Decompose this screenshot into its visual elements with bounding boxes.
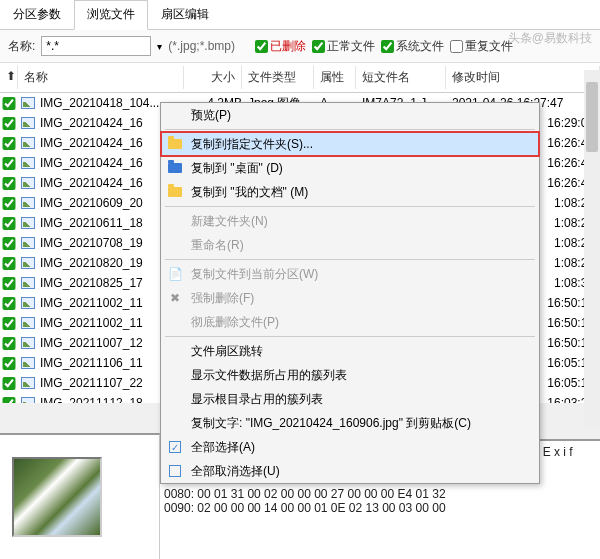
tab-bar: 分区参数 浏览文件 扇区编辑 — [0, 0, 600, 30]
folder-icon — [167, 184, 183, 200]
row-checkbox[interactable] — [2, 397, 16, 404]
image-file-icon — [20, 356, 36, 370]
image-file-icon — [20, 196, 36, 210]
image-file-icon — [20, 116, 36, 130]
column-headers: ⬆ 名称 大小 文件类型 属性 短文件名 修改时间 — [0, 63, 600, 93]
image-file-icon — [20, 296, 36, 310]
image-file-icon — [20, 216, 36, 230]
col-sort[interactable]: ⬆ — [0, 66, 18, 89]
col-name[interactable]: 名称 — [18, 66, 184, 89]
col-attr[interactable]: 属性 — [314, 66, 356, 89]
menu-new-folder: 新建文件夹(N) — [161, 209, 539, 233]
row-checkbox[interactable] — [2, 337, 16, 350]
menu-rename: 重命名(R) — [161, 233, 539, 257]
col-time[interactable]: 修改时间 — [446, 66, 600, 89]
vertical-scrollbar[interactable] — [584, 70, 600, 429]
image-file-icon — [20, 276, 36, 290]
image-file-icon — [20, 96, 36, 110]
check-icon: ✓ — [167, 439, 183, 455]
row-checkbox[interactable] — [2, 277, 16, 290]
row-checkbox[interactable] — [2, 177, 16, 190]
row-checkbox[interactable] — [2, 117, 16, 130]
thumbnail-image — [12, 457, 102, 537]
tab-partition-params[interactable]: 分区参数 — [0, 0, 74, 29]
menu-copy-to-desktop[interactable]: 复制到 "桌面" (D) — [161, 156, 539, 180]
col-size[interactable]: 大小 — [184, 66, 242, 89]
row-checkbox[interactable] — [2, 237, 16, 250]
ext-hint: (*.jpg;*.bmp) — [168, 39, 235, 53]
delete-icon: ✖ — [167, 290, 183, 306]
menu-copy-to-docs[interactable]: 复制到 "我的文档" (M) — [161, 180, 539, 204]
image-file-icon — [20, 176, 36, 190]
col-type[interactable]: 文件类型 — [242, 66, 314, 89]
row-checkbox[interactable] — [2, 137, 16, 150]
col-short[interactable]: 短文件名 — [356, 66, 446, 89]
menu-force-delete: ✖强制删除(F) — [161, 286, 539, 310]
menu-copy-text[interactable]: 复制文字: "IMG_20210424_160906.jpg" 到剪贴板(C) — [161, 411, 539, 435]
image-file-icon — [20, 376, 36, 390]
chk-rebuild[interactable]: 重复文件 — [450, 38, 513, 55]
image-file-icon — [20, 136, 36, 150]
menu-perm-delete: 彻底删除文件(P) — [161, 310, 539, 334]
row-checkbox[interactable] — [2, 157, 16, 170]
chk-system[interactable]: 系统文件 — [381, 38, 444, 55]
copy-icon: 📄 — [167, 266, 183, 282]
image-file-icon — [20, 336, 36, 350]
menu-copy-to-partition: 📄复制文件到当前分区(W) — [161, 262, 539, 286]
row-checkbox[interactable] — [2, 97, 16, 110]
chk-deleted[interactable]: 已删除 — [255, 38, 306, 55]
image-file-icon — [20, 396, 36, 403]
menu-show-clusters[interactable]: 显示文件数据所占用的簇列表 — [161, 363, 539, 387]
row-checkbox[interactable] — [2, 317, 16, 330]
name-label: 名称: — [8, 38, 35, 55]
menu-select-all[interactable]: ✓全部选择(A) — [161, 435, 539, 459]
context-menu: 预览(P) 复制到指定文件夹(S)... 复制到 "桌面" (D) 复制到 "我… — [160, 102, 540, 484]
row-checkbox[interactable] — [2, 297, 16, 310]
preview-pane — [0, 433, 160, 559]
watermark: 头条@易数科技 — [508, 30, 592, 47]
menu-show-root-clusters[interactable]: 显示根目录占用的簇列表 — [161, 387, 539, 411]
image-file-icon — [20, 156, 36, 170]
row-checkbox[interactable] — [2, 217, 16, 230]
menu-sector-jump[interactable]: 文件扇区跳转 — [161, 339, 539, 363]
row-checkbox[interactable] — [2, 377, 16, 390]
menu-copy-to-folder[interactable]: 复制到指定文件夹(S)... — [161, 132, 539, 156]
row-checkbox[interactable] — [2, 357, 16, 370]
menu-unselect-all[interactable]: 全部取消选择(U) — [161, 459, 539, 483]
row-checkbox[interactable] — [2, 197, 16, 210]
image-file-icon — [20, 256, 36, 270]
chk-normal[interactable]: 正常文件 — [312, 38, 375, 55]
tab-browse-files[interactable]: 浏览文件 — [74, 0, 148, 30]
image-file-icon — [20, 316, 36, 330]
uncheck-icon — [167, 463, 183, 479]
folder-icon — [167, 160, 183, 176]
row-checkbox[interactable] — [2, 257, 16, 270]
folder-icon — [167, 136, 183, 152]
image-file-icon — [20, 236, 36, 250]
menu-preview[interactable]: 预览(P) — [161, 103, 539, 127]
name-filter-input[interactable] — [41, 36, 151, 56]
tab-sector-edit[interactable]: 扇区编辑 — [148, 0, 222, 29]
